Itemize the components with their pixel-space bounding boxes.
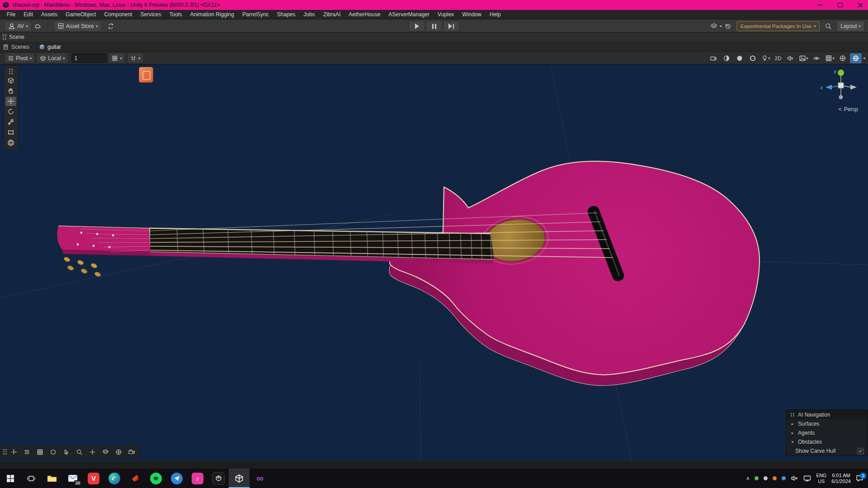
- account-dropdown[interactable]: AV ▾: [5, 21, 32, 32]
- layout-dropdown[interactable]: Layout ▾: [837, 21, 864, 32]
- audio-toggle-button[interactable]: [784, 53, 796, 63]
- grid-snap-input[interactable]: [71, 53, 107, 63]
- unity-hub-button[interactable]: [208, 469, 229, 488]
- overlay-layers-button[interactable]: [99, 447, 112, 457]
- scene-gizmo-sprite[interactable]: [139, 67, 153, 83]
- down-axis-handle[interactable]: [839, 95, 843, 99]
- blue-messenger-button[interactable]: [166, 469, 187, 488]
- scene-tab-title[interactable]: Scene: [9, 34, 24, 40]
- move-tool[interactable]: [5, 97, 16, 106]
- overlay-move-button[interactable]: [8, 447, 20, 457]
- minimize-button[interactable]: [812, 0, 828, 10]
- menu-item[interactable]: Tools: [165, 10, 186, 19]
- breadcrumb-guitar[interactable]: guitar: [39, 44, 61, 50]
- snap-settings-dropdown[interactable]: ▾: [127, 53, 144, 63]
- menu-item[interactable]: Animation Rigging: [186, 10, 238, 19]
- edge-button[interactable]: [104, 469, 125, 488]
- overlay-drag-handle[interactable]: [9, 67, 13, 75]
- overlay-grid-button[interactable]: [34, 447, 46, 457]
- asset-store-dropdown[interactable]: Asset Store ▾: [54, 21, 102, 32]
- ai-navigation-header[interactable]: AI Navigation: [786, 410, 868, 419]
- z-axis-handle[interactable]: [826, 85, 832, 90]
- projection-label[interactable]: < Persp: [839, 106, 858, 113]
- visual-studio-button[interactable]: ∞: [250, 469, 270, 488]
- vivaldi-button[interactable]: V: [83, 469, 104, 488]
- drag-handle-icon[interactable]: [3, 33, 6, 41]
- menu-item[interactable]: ZibraAI: [319, 10, 345, 19]
- foldout-expanded-icon[interactable]: ▾: [790, 440, 795, 444]
- rotate-tool[interactable]: [5, 107, 16, 117]
- overlay-crosshair-button[interactable]: [86, 447, 99, 457]
- y-axis-handle[interactable]: [838, 70, 844, 76]
- grid-visibility-dropdown[interactable]: ▾: [824, 53, 835, 63]
- rect-tool[interactable]: [5, 128, 16, 137]
- display-icon[interactable]: [803, 475, 811, 482]
- menu-item[interactable]: Help: [486, 10, 505, 19]
- menu-item[interactable]: Shapes: [273, 10, 300, 19]
- caret-down-icon[interactable]: ▾: [863, 56, 865, 61]
- music-app-button[interactable]: ♪: [187, 469, 208, 488]
- tray-icon-gray[interactable]: [764, 476, 768, 480]
- kite-app-button[interactable]: [125, 469, 146, 488]
- language-indicator[interactable]: ENG US: [816, 473, 826, 483]
- menu-item[interactable]: Jobs: [299, 10, 319, 19]
- start-button[interactable]: [0, 469, 21, 488]
- cloud-button[interactable]: [32, 21, 43, 31]
- sync-button[interactable]: [105, 21, 117, 31]
- camera-settings-button[interactable]: [708, 53, 719, 63]
- menu-item[interactable]: AetherHouse: [344, 10, 384, 19]
- maximize-button[interactable]: [832, 0, 848, 10]
- lighting-toggle-button[interactable]: [734, 53, 745, 63]
- shading-mode-button[interactable]: [721, 53, 732, 63]
- task-view-button[interactable]: [21, 469, 42, 488]
- scene-visibility-button[interactable]: [811, 53, 822, 63]
- menu-item[interactable]: File: [3, 10, 19, 19]
- menu-item[interactable]: Assets: [37, 10, 61, 19]
- menu-item[interactable]: Vuplex: [434, 10, 458, 19]
- carve-hull-checkbox[interactable]: ✓: [857, 448, 864, 455]
- history-button[interactable]: [722, 21, 734, 31]
- breadcrumb-scenes[interactable]: Scenes: [3, 44, 29, 50]
- overlay-sliders-button[interactable]: [21, 447, 33, 457]
- spotify-button[interactable]: [146, 469, 166, 488]
- overlay-cursor-button[interactable]: [60, 447, 72, 457]
- play-button[interactable]: [409, 21, 425, 32]
- nav-row-agents[interactable]: ▸ Agents: [786, 428, 868, 437]
- menu-item[interactable]: Services: [136, 10, 165, 19]
- view-options-tool[interactable]: [5, 76, 16, 85]
- skybox-toggle-button[interactable]: [850, 53, 862, 63]
- guitar-model[interactable]: [57, 161, 760, 386]
- transform-tool[interactable]: [5, 138, 16, 148]
- menu-item[interactable]: AServerManager: [384, 10, 434, 19]
- overlay-sphere-button[interactable]: [47, 447, 59, 457]
- mail-app-button[interactable]: 26: [62, 469, 83, 488]
- local-dropdown[interactable]: Local ▾: [37, 53, 68, 63]
- step-button[interactable]: [443, 21, 459, 32]
- clock[interactable]: 6:01 AM 6/1/2024: [831, 473, 851, 484]
- volume-muted-icon[interactable]: [791, 475, 798, 482]
- tray-expand-chevron[interactable]: ∧: [746, 475, 750, 481]
- overlay-compass-button[interactable]: [113, 447, 125, 457]
- grid-snap-dropdown[interactable]: ▾: [108, 53, 125, 63]
- nav-row-surfaces[interactable]: ▸ Surfaces: [786, 419, 868, 428]
- file-explorer-button[interactable]: [42, 469, 62, 488]
- overlay-search-button[interactable]: [73, 447, 85, 457]
- menu-item[interactable]: GameObject: [61, 10, 100, 19]
- tray-icon-green[interactable]: [755, 476, 759, 480]
- layers-button[interactable]: [708, 21, 720, 31]
- menu-item[interactable]: Window: [458, 10, 486, 19]
- foldout-collapsed-icon[interactable]: ▸: [790, 422, 795, 426]
- pivot-dropdown[interactable]: Pivot ▾: [5, 53, 35, 63]
- wireframe-toggle-button[interactable]: [747, 53, 759, 63]
- scale-tool[interactable]: [5, 117, 16, 127]
- overlay-camera-button[interactable]: [126, 447, 138, 457]
- close-button[interactable]: [852, 0, 868, 10]
- pause-button[interactable]: [426, 21, 442, 32]
- foldout-collapsed-icon[interactable]: ▸: [790, 431, 795, 435]
- tray-icon-orange[interactable]: [773, 476, 777, 480]
- overlay-drag-handle[interactable]: [3, 448, 7, 456]
- tray-icon-blue[interactable]: [782, 476, 786, 480]
- gizmos-button[interactable]: [837, 53, 849, 63]
- scene-lighting-dropdown[interactable]: ▾: [760, 53, 772, 63]
- menu-item[interactable]: ParrelSync: [238, 10, 273, 19]
